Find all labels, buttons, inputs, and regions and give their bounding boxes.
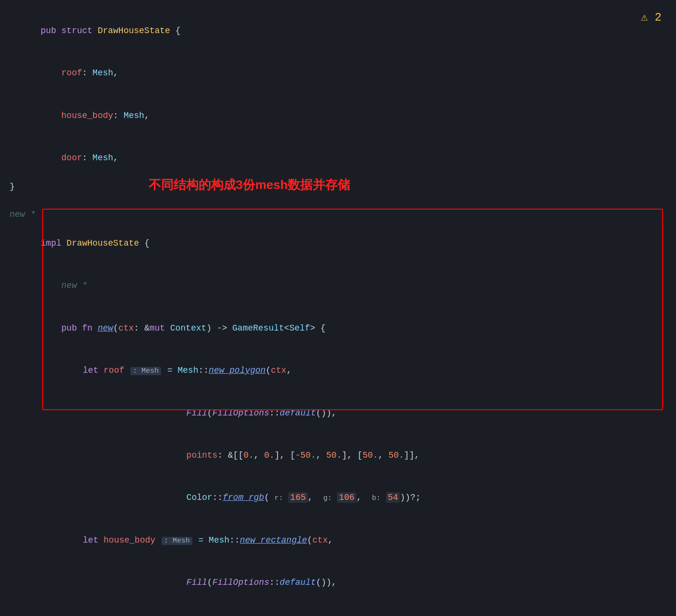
code-line-house-body: let house_body : Mesh = Mesh::new_rectan…: [0, 519, 676, 561]
code-line: impl DrawHouseState {: [0, 222, 676, 264]
code-line-roof-let: let roof : Mesh = Mesh::new_polygon(ctx,: [0, 349, 676, 391]
code-editor: ⚠ 2 pub struct DrawHouseState { roof: Me…: [0, 5, 676, 616]
code-line: house_body: Mesh,: [0, 95, 676, 137]
code-line: points: &[[0., 0.], [-50., 50.], [50., 5…: [0, 434, 676, 476]
code-line: Color::from_rgb( r: 165, g: 106, b: 54))…: [0, 477, 676, 519]
code-line: [0, 194, 676, 207]
code-line: }: [0, 179, 676, 194]
code-line: door: Mesh,: [0, 137, 676, 179]
code-line: Fill(FillOptions::default()),: [0, 561, 676, 604]
code-line: Fill(FillOptions::default()),: [0, 392, 676, 434]
code-line: pub struct DrawHouseState {: [0, 10, 676, 52]
code-line: new *: [0, 207, 676, 222]
code-line: Rect::new( x: -40., y: 50., w: 80., h: 5…: [0, 604, 676, 616]
warning-icon: ⚠ 2: [641, 9, 662, 27]
code-line: pub fn new(ctx: &mut Context) -> GameRes…: [0, 307, 676, 349]
code-line: roof: Mesh,: [0, 52, 676, 94]
code-line: new *: [0, 265, 676, 307]
